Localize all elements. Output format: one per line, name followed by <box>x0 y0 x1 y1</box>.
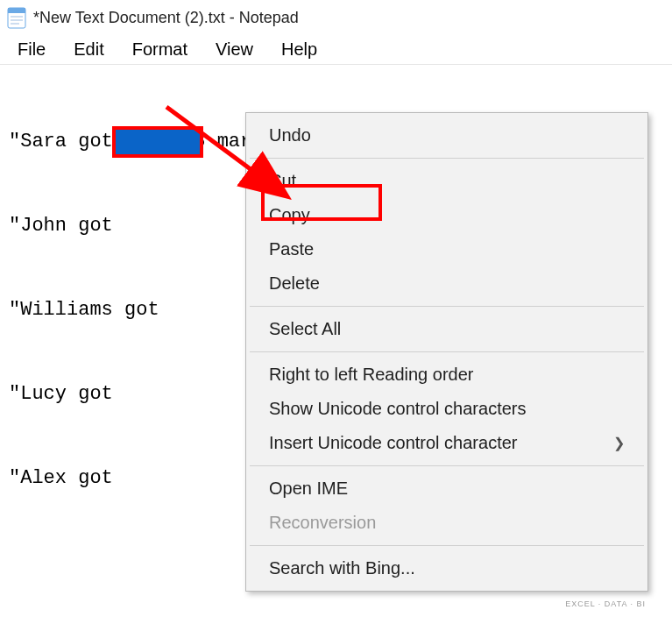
text-selection <box>112 126 203 158</box>
ctx-reconversion: Reconversion <box>246 506 647 540</box>
ctx-separator <box>250 158 644 159</box>
ctx-open-ime[interactable]: Open IME <box>246 472 647 506</box>
ctx-separator <box>250 545 644 546</box>
ctx-separator <box>250 351 644 352</box>
titlebar: *New Text Document (2).txt - Notepad <box>0 0 672 35</box>
menu-view[interactable]: View <box>207 36 262 63</box>
menu-file[interactable]: File <box>9 36 54 63</box>
menu-help[interactable]: Help <box>272 36 326 63</box>
ctx-insert-unicode[interactable]: Insert Unicode control character ❯ <box>246 426 647 460</box>
ctx-separator <box>250 465 644 466</box>
ctx-select-all[interactable]: Select All <box>246 312 647 346</box>
ctx-cut[interactable]: Cut <box>246 164 647 198</box>
window-title: *New Text Document (2).txt - Notepad <box>33 9 299 27</box>
ctx-paste[interactable]: Paste <box>246 232 647 266</box>
ctx-delete[interactable]: Delete <box>246 266 647 301</box>
ctx-search-bing[interactable]: Search with Bing... <box>246 551 647 585</box>
menu-format[interactable]: Format <box>124 36 196 63</box>
watermark: EXCEL · DATA · BI <box>565 599 646 608</box>
watermark-line2: EXCEL · DATA · BI <box>565 599 646 608</box>
context-menu: Undo Cut Copy Paste Delete Select All Ri… <box>245 112 648 592</box>
menubar: File Edit Format View Help <box>0 35 672 65</box>
notepad-icon <box>7 6 26 29</box>
ctx-separator <box>250 306 644 307</box>
ctx-show-unicode[interactable]: Show Unicode control characters <box>246 392 647 426</box>
svg-rect-1 <box>8 8 25 13</box>
ctx-rtl-reading[interactable]: Right to left Reading order <box>246 358 647 392</box>
ctx-copy[interactable]: Copy <box>246 198 647 232</box>
submenu-arrow-icon: ❯ <box>613 435 625 451</box>
menu-edit[interactable]: Edit <box>65 36 112 63</box>
ctx-undo[interactable]: Undo <box>246 118 647 152</box>
